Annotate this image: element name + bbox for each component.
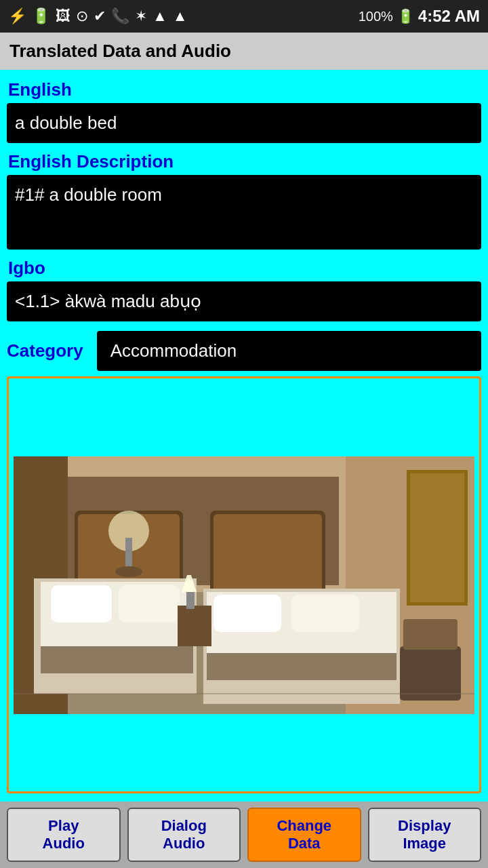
status-right: 100% 🔋 4:52 AM [359,7,480,26]
image-container [7,376,481,793]
room-image [14,456,474,714]
wifi-icon: ▲ [152,7,167,25]
svg-rect-6 [410,473,464,602]
svg-rect-18 [51,585,112,623]
svg-rect-29 [403,619,458,650]
settings-icon: ⊙ [76,7,88,25]
svg-rect-17 [207,653,396,680]
page-title: Translated Data and Audio [9,41,231,61]
igbo-label: Igbo [7,254,481,281]
battery-status-icon: 🔋 [32,7,50,25]
svg-rect-19 [119,585,180,623]
battery-icon: 🔋 [397,8,414,24]
english-desc-label: English Description [7,147,481,175]
status-time: 4:52 AM [418,7,480,26]
svg-rect-20 [214,595,281,632]
status-icons-left: ⚡ 🔋 🖼 ⊙ ✔ 📞 ✶ ▲ ▲ [8,7,188,25]
main-content: English a double bed English Description… [0,70,488,802]
svg-rect-11 [214,514,322,595]
display-image-button[interactable]: Display Image [368,808,482,862]
phone-icon: 📞 [111,7,129,25]
signal-icon: ▲ [173,7,188,25]
svg-point-27 [115,566,142,577]
bluetooth-icon: ✶ [135,7,147,25]
play-audio-button[interactable]: Play Audio [7,808,121,862]
bottom-bar: Play Audio Dialog Audio Change Data Disp… [0,802,488,868]
english-value: a double bed [7,103,481,143]
category-value: Accommodation [97,331,481,371]
svg-rect-15 [41,646,193,673]
category-label: Category [7,340,83,361]
change-data-button[interactable]: Change Data [247,808,361,862]
check-icon: ✔ [94,7,106,25]
english-desc-value: #1# a double room [7,175,481,250]
dialog-audio-button[interactable]: Dialog Audio [127,808,241,862]
igbo-value: <1.1> àkwà madu abụọ [7,281,481,321]
battery-percent: 100% [359,9,393,24]
status-bar: ⚡ 🔋 🖼 ⊙ ✔ 📞 ✶ ▲ ▲ 100% 🔋 4:52 AM [0,0,488,33]
english-label: English [7,75,481,103]
category-row: Category Accommodation [7,331,481,371]
svg-rect-21 [291,595,359,632]
svg-rect-23 [186,592,195,609]
title-bar: Translated Data and Audio [0,33,488,70]
usb-icon: ⚡ [8,7,26,25]
svg-rect-22 [178,606,211,646]
image-icon: 🖼 [56,7,70,25]
svg-rect-28 [400,646,461,701]
